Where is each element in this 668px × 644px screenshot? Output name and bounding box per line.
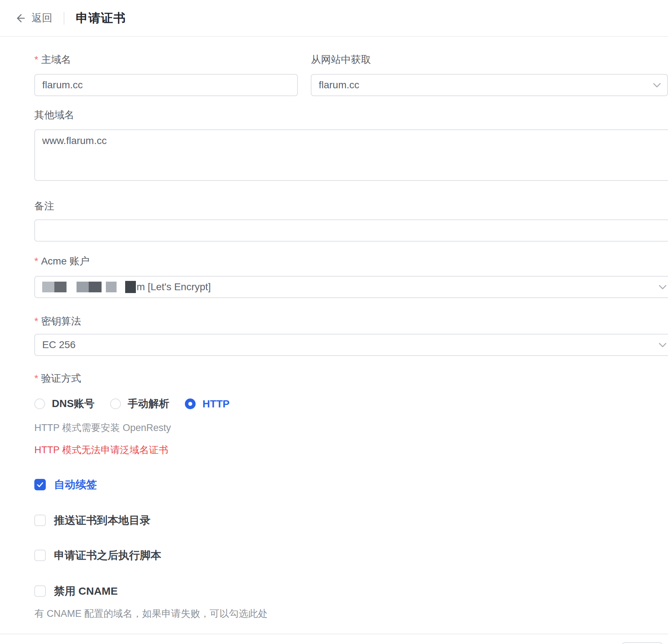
chevron-down-icon bbox=[657, 282, 668, 292]
http-mode-warning: HTTP 模式无法申请泛域名证书 bbox=[34, 444, 668, 456]
verify-method-label: * 验证方式 bbox=[34, 372, 668, 385]
checkbox-icon bbox=[34, 550, 46, 561]
checkbox-auto-renew[interactable]: 自动续签 bbox=[34, 478, 668, 491]
other-domains-label: 其他域名 bbox=[34, 109, 668, 121]
acme-account-select[interactable]: m [Let's Encrypt] bbox=[34, 276, 668, 298]
radio-manual-resolve[interactable]: 手动解析 bbox=[110, 397, 169, 411]
from-website-field: 从网站中获取 flarum.cc bbox=[311, 54, 668, 96]
required-asterisk: * bbox=[34, 372, 38, 385]
other-domains-textarea[interactable]: www.flarum.cc bbox=[34, 129, 668, 181]
row-domain: * 主域名 flarum.cc 从网站中获取 flarum.cc bbox=[34, 54, 668, 96]
page-title: 申请证书 bbox=[76, 10, 126, 26]
from-website-value: flarum.cc bbox=[319, 79, 359, 91]
redacted-email-mosaic: m [Let's Encrypt] bbox=[42, 281, 211, 293]
primary-domain-field: * 主域名 flarum.cc bbox=[34, 54, 298, 96]
radio-label: 手动解析 bbox=[128, 397, 169, 411]
verify-method-radio-group: DNS账号 手动解析 HTTP bbox=[34, 397, 668, 411]
chevron-down-icon bbox=[652, 80, 662, 90]
checkbox-checked-icon bbox=[34, 479, 46, 490]
required-asterisk: * bbox=[34, 54, 38, 66]
primary-domain-input[interactable]: flarum.cc bbox=[34, 74, 298, 96]
footer-cancel-button[interactable] bbox=[622, 642, 663, 644]
mosaic-block bbox=[77, 282, 89, 292]
primary-domain-label: * 主域名 bbox=[34, 54, 298, 66]
certificate-form: * 主域名 flarum.cc 从网站中获取 flarum.cc bbox=[0, 54, 668, 620]
mosaic-block bbox=[106, 282, 117, 292]
key-algorithm-select[interactable]: EC 256 bbox=[34, 334, 668, 356]
chevron-down-icon bbox=[657, 340, 668, 350]
radio-http[interactable]: HTTP bbox=[185, 398, 230, 410]
remark-input[interactable] bbox=[34, 219, 668, 242]
radio-icon bbox=[34, 398, 45, 409]
primary-domain-value: flarum.cc bbox=[42, 79, 83, 91]
radio-checked-icon bbox=[185, 398, 196, 409]
other-domains-value: www.flarum.cc bbox=[42, 135, 107, 146]
required-asterisk: * bbox=[34, 315, 38, 327]
cname-hint: 有 CNAME 配置的域名，如果申请失败，可以勾选此处 bbox=[34, 608, 668, 620]
radio-label: DNS账号 bbox=[52, 397, 94, 411]
back-arrow-icon bbox=[14, 12, 26, 24]
back-button[interactable]: 返回 bbox=[14, 11, 52, 25]
required-asterisk: * bbox=[34, 255, 38, 267]
http-mode-hint: HTTP 模式需要安装 OpenResty bbox=[34, 422, 668, 434]
checkbox-label: 禁用 CNAME bbox=[54, 584, 118, 599]
acme-account-value: m [Let's Encrypt] bbox=[137, 281, 211, 293]
mosaic-block bbox=[42, 282, 54, 292]
header: 返回 申请证书 bbox=[0, 0, 668, 37]
radio-icon bbox=[110, 398, 121, 409]
mosaic-block bbox=[89, 282, 102, 292]
checkbox-label: 推送证书到本地目录 bbox=[54, 513, 151, 528]
from-website-label: 从网站中获取 bbox=[311, 54, 668, 66]
checkbox-icon bbox=[34, 585, 46, 597]
acme-account-label: * Acme 账户 bbox=[34, 255, 668, 267]
checkbox-icon bbox=[34, 515, 46, 526]
checkbox-label: 自动续签 bbox=[54, 477, 97, 492]
checkbox-label: 申请证书之后执行脚本 bbox=[54, 548, 161, 563]
back-label: 返回 bbox=[31, 11, 52, 25]
checkbox-disable-cname[interactable]: 禁用 CNAME bbox=[34, 585, 668, 598]
mosaic-block bbox=[125, 281, 136, 293]
from-website-select[interactable]: flarum.cc bbox=[311, 74, 668, 96]
key-algorithm-label: * 密钥算法 bbox=[34, 315, 668, 327]
radio-label: HTTP bbox=[202, 398, 230, 410]
apply-certificate-drawer: 返回 申请证书 * 主域名 flarum.cc 从网站中获取 bbox=[0, 0, 668, 644]
checkbox-run-script-after[interactable]: 申请证书之后执行脚本 bbox=[34, 549, 668, 562]
mosaic-block bbox=[54, 282, 67, 292]
remark-label: 备注 bbox=[34, 200, 668, 212]
checkbox-push-local-dir[interactable]: 推送证书到本地目录 bbox=[34, 514, 668, 527]
radio-dns-account[interactable]: DNS账号 bbox=[34, 397, 94, 411]
header-divider bbox=[64, 12, 64, 25]
key-algorithm-value: EC 256 bbox=[42, 339, 75, 351]
footer-bar bbox=[0, 634, 668, 644]
